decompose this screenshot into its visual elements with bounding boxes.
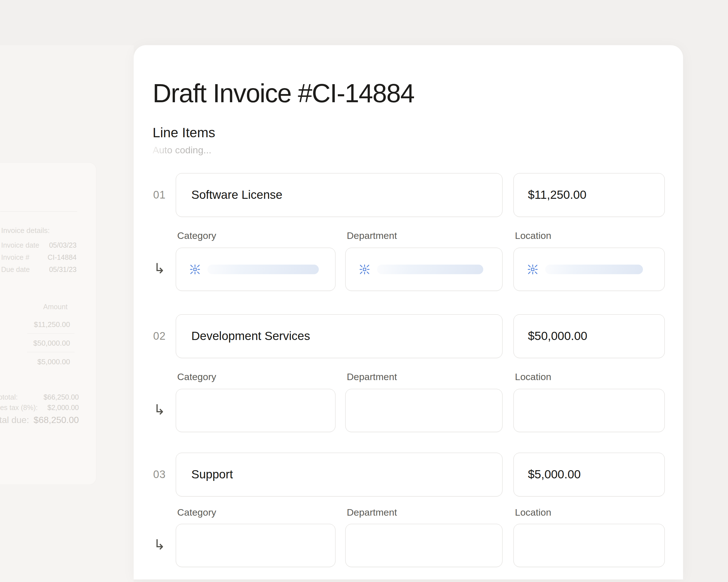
auto-coding-status: Auto coding... <box>153 145 211 156</box>
location-field[interactable] <box>514 389 665 432</box>
invoice-number-label: Invoice # <box>1 253 29 261</box>
location-label: Location <box>515 507 551 518</box>
department-field[interactable] <box>345 389 502 432</box>
invoice-number-value: CI-14884 <box>30 253 77 261</box>
line-item-number: 01 <box>153 173 165 217</box>
category-label: Category <box>177 507 216 518</box>
description-input[interactable]: Software License <box>176 173 502 217</box>
sparkle-loading-icon <box>527 264 538 275</box>
source-invoice-preview: Invoice details: Invoice date 05/03/23 I… <box>0 162 96 485</box>
coding-labels-row: Category Department Location <box>134 371 683 383</box>
sparkle-loading-icon <box>359 264 370 275</box>
location-label: Location <box>515 371 551 382</box>
coding-labels-row: Category Department Location <box>134 507 683 519</box>
department-field[interactable] <box>345 248 502 291</box>
subtotal-value: $66,250.00 <box>19 393 79 401</box>
divider <box>27 333 75 334</box>
line-items-heading: Line Items <box>153 125 215 140</box>
loading-shimmer-bar <box>377 265 483 274</box>
line-item-row: 02 Development Services $50,000.00 <box>134 314 683 358</box>
divider <box>27 352 75 353</box>
sub-row-arrow-icon: ↳ <box>153 248 165 291</box>
line-item-number: 03 <box>153 453 165 496</box>
description-input[interactable]: Development Services <box>176 314 502 358</box>
line-item-row: 03 Support $5,000.00 <box>134 453 683 496</box>
line-item-row: 01 Software License $11,250.00 <box>134 173 683 217</box>
invoice-date-value: 05/03/23 <box>30 241 77 249</box>
total-due-row: Total due: $68,250.00 <box>0 415 29 425</box>
coding-fields-row: ↳ <box>134 389 683 432</box>
department-label: Department <box>347 230 397 241</box>
amount-column-header: Amount <box>30 303 68 311</box>
location-field[interactable] <box>514 524 665 567</box>
department-label: Department <box>347 507 397 518</box>
coding-fields-row: ↳ <box>134 524 683 567</box>
subtotal-row: Subtotal: $66,250.00 <box>0 393 18 401</box>
page-title: Draft Invoice #CI-14884 <box>153 79 414 108</box>
ghost-amount-1: $11,250.00 <box>16 320 70 329</box>
location-label: Location <box>515 230 551 241</box>
sub-row-arrow-icon: ↳ <box>153 524 165 567</box>
sparkle-loading-icon <box>190 264 200 275</box>
amount-input[interactable]: $50,000.00 <box>514 314 665 358</box>
category-field[interactable] <box>176 389 335 432</box>
coding-fields-row: ↳ <box>134 248 683 291</box>
due-date-value: 05/31/23 <box>30 266 77 274</box>
sub-row-arrow-icon: ↳ <box>153 389 165 432</box>
invoice-details-heading: Invoice details: <box>1 226 50 235</box>
amount-input[interactable]: $5,000.00 <box>514 453 665 496</box>
subtotal-label: Subtotal: <box>0 393 18 401</box>
category-field[interactable] <box>176 524 335 567</box>
due-date-label: Due date <box>1 266 30 273</box>
total-due-value: $68,250.00 <box>10 415 79 425</box>
department-field[interactable] <box>345 524 502 567</box>
coding-labels-row: Category Department Location <box>134 230 683 242</box>
due-date-row: Due date 05/31/23 <box>1 266 30 275</box>
category-label: Category <box>177 230 216 241</box>
invoice-number-row: Invoice # CI-14884 <box>1 253 29 262</box>
ghost-amount-2: $50,000.00 <box>16 339 70 348</box>
draft-invoice-card: Draft Invoice #CI-14884 Line Items Auto … <box>134 45 683 579</box>
invoice-review-page: Invoice details: Invoice date 05/03/23 I… <box>0 0 728 582</box>
description-input[interactable]: Support <box>176 453 502 496</box>
line-item-number: 02 <box>153 314 165 358</box>
category-field[interactable] <box>176 248 335 291</box>
sales-tax-value: $2,000.00 <box>19 404 79 412</box>
ghost-amount-3: $5,000.00 <box>16 358 70 366</box>
divider <box>0 211 77 212</box>
sales-tax-row: Sales tax (8%): $2,000.00 <box>0 404 38 412</box>
department-label: Department <box>347 371 397 382</box>
amount-input[interactable]: $11,250.00 <box>514 173 665 217</box>
location-field[interactable] <box>514 248 665 291</box>
loading-shimmer-bar <box>545 265 643 274</box>
category-label: Category <box>177 371 216 382</box>
loading-shimmer-bar <box>207 265 319 274</box>
invoice-date-row: Invoice date 05/03/23 <box>1 241 39 250</box>
